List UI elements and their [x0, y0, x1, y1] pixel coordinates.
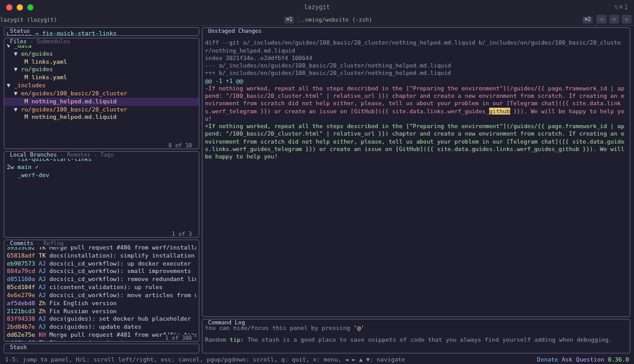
panel-title: Status: [8, 27, 32, 35]
help-text: 1-5: jump to panel, H/L: scroll left/rig…: [5, 356, 405, 364]
lazygit-workspace: Status website → fix-quick-start-links F…: [0, 26, 634, 355]
tab-2[interactable]: ..nming/website (-zsh) ⌘2: [298, 15, 597, 25]
terminal-tabbar: lazygit (lazygit) ⌘1 ..nming/website (-z…: [0, 15, 634, 26]
status-sep: →: [35, 30, 39, 36]
commits-panel[interactable]: Commits - Reflog 39353c02 TK Merge pull …: [4, 240, 199, 342]
tree-item[interactable]: M nothing_helped.md.liquid: [4, 98, 199, 106]
commit-item[interactable]: af5debd8 Zh Fix English version: [7, 300, 196, 308]
tree-item[interactable]: ▼ ru/guides/100_basic/20_cluster: [7, 106, 196, 114]
tree-item[interactable]: M nothing_helped.md.liquid: [7, 113, 196, 121]
panel-title: Commits - Reflog: [8, 240, 66, 247]
panel-title: Stash: [8, 344, 28, 351]
donate-link[interactable]: Donate: [537, 356, 558, 363]
commits-list[interactable]: 39353c02 TK Merge pull request #486 from…: [7, 241, 196, 342]
tree-item[interactable]: ▼ en/guides: [7, 50, 196, 58]
commit-item[interactable]: 884a79cd AJ docs(ci_cd_workflow): small …: [7, 267, 196, 275]
status-panel[interactable]: Status website → fix-quick-start-links: [4, 27, 199, 36]
tab-label: ..nming/website (-zsh): [298, 16, 372, 24]
tree-item[interactable]: ▼ ru/guides: [7, 66, 196, 74]
tree-item[interactable]: M links.yaml: [7, 58, 196, 66]
zoom-icon[interactable]: [27, 4, 33, 11]
window-shortcut: ⌥⌘1: [614, 3, 634, 12]
stash-panel[interactable]: Stash: [4, 344, 199, 353]
window-title: lazygit: [304, 3, 330, 12]
commit-item[interactable]: 4e6e279e AJ docs(ci_cd_workflow): move a…: [7, 292, 196, 300]
branches-panel[interactable]: Local Branches - Remotes - Tags * fix-qu…: [4, 151, 199, 238]
tree-item[interactable]: ▼ _includes: [7, 82, 196, 90]
version-text: 0.36.0: [608, 356, 629, 363]
branch-item[interactable]: _werf-dev: [7, 171, 196, 180]
commit-item[interactable]: 2bd04b7e AJ docs(guides): update dates: [7, 323, 196, 331]
cmdlog-tip: Random tip: The stash is a good place to…: [205, 336, 627, 344]
panel-title: Files - Submodules: [8, 38, 72, 45]
tab-shortcut: ⌘2: [583, 17, 593, 24]
status-branch: fix-quick-start-links: [42, 30, 116, 36]
tab-next-icon[interactable]: >: [609, 15, 619, 24]
commit-item[interactable]: 83f94338 AJ docs(guides): set docker hub…: [7, 315, 196, 323]
commit-item[interactable]: eb907573 AJ docs(ci_cd_workflow): up doc…: [7, 260, 196, 268]
commit-item[interactable]: 2121bcd3 Zh Fix Russian version: [7, 308, 196, 316]
branches-footer: 1 of 3: [170, 230, 194, 238]
cmdlog-hint: You can hide/focus this panel by pressin…: [205, 324, 627, 332]
tab-add-icon[interactable]: +: [622, 15, 632, 24]
file-tree[interactable]: ▼ _data ▼ en/guides M links.yaml ▼ ru/gu…: [7, 40, 196, 121]
tab-prev-icon[interactable]: <: [597, 15, 607, 24]
branch-item[interactable]: 2w main ✓: [7, 163, 196, 171]
commit-item[interactable]: 85cd104f AJ ci(content_validation): up r…: [7, 284, 196, 292]
commit-item[interactable]: d851160a AJ docs(ci_cd_workflow): remove…: [7, 275, 196, 284]
tab-shortcut: ⌘1: [284, 17, 294, 24]
window-titlebar: lazygit ⌥⌘1: [0, 0, 634, 15]
files-panel[interactable]: Files - Submodules ▼ _data ▼ en/guides M…: [4, 38, 199, 149]
commits-footer: 1 of 300: [163, 334, 194, 342]
minimize-icon[interactable]: [17, 4, 23, 11]
panel-title: Command Log: [206, 319, 247, 326]
tree-item[interactable]: M links.yaml: [7, 74, 196, 82]
close-icon[interactable]: [6, 4, 12, 11]
tab-1[interactable]: lazygit (lazygit) ⌘1: [0, 15, 298, 25]
tab-label: lazygit (lazygit): [0, 16, 57, 24]
panel-title: Local Branches - Remotes - Tags: [8, 151, 116, 158]
diff-content: diff --git a/_includes/en/guides/100_bas…: [205, 29, 627, 168]
panel-title: Unstaged Changes: [206, 27, 264, 35]
files-footer: 8 of 10: [167, 142, 194, 149]
ask-question-link[interactable]: Ask Question: [562, 356, 604, 363]
command-log-panel[interactable]: Command Log You can hide/focus this pane…: [202, 319, 630, 353]
tree-item[interactable]: ▼ en/guides/100_basic/20_cluster: [7, 90, 196, 98]
bottom-help-bar: 1-5: jump to panel, H/L: scroll left/rig…: [0, 355, 634, 364]
commit-item[interactable]: 65818adf TK docs(installation): simplify…: [7, 252, 196, 260]
diff-panel[interactable]: Unstaged Changes diff --git a/_includes/…: [202, 27, 630, 317]
